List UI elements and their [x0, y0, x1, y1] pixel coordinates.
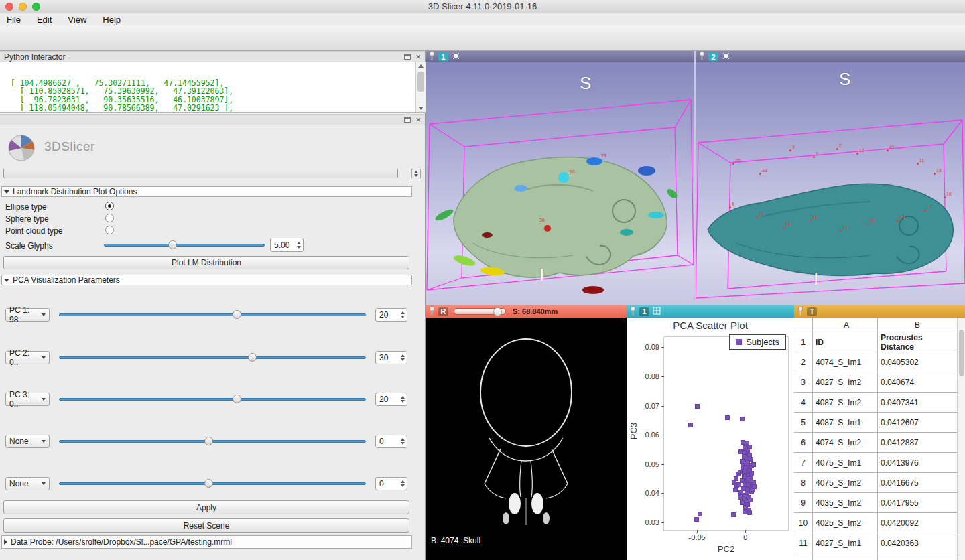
spin-up-icon[interactable] [297, 242, 301, 244]
menu-help[interactable]: Help [103, 15, 121, 25]
pc-spinbox[interactable]: 30 [375, 351, 407, 364]
point-cloud-type-label: Point cloud type [5, 226, 62, 236]
pc-slider[interactable] [59, 435, 366, 448]
red-slice-viewport[interactable]: B: 4074_Skull [426, 318, 627, 560]
pc-selector[interactable]: PC 2: 0.. [5, 351, 50, 364]
table-view[interactable]: T A B 1IDProcrustes Distance24074_S_Im10… [794, 305, 965, 560]
slicer-logo-icon [4, 129, 39, 164]
3d-viewport-2[interactable]: 25333921241111861746482935442016 S I [696, 62, 965, 305]
spin-down-icon[interactable] [401, 442, 405, 445]
scroll-down-icon[interactable] [418, 107, 424, 110]
table-row[interactable]: 74075_S_Im10.0413976 [794, 453, 957, 473]
menu-edit[interactable]: Edit [37, 15, 52, 25]
view-options-icon[interactable] [722, 52, 730, 62]
panel-scroll-buttons[interactable] [411, 169, 421, 178]
pc-selector[interactable]: PC 1: 98 [5, 308, 50, 322]
scrollbar-thumb[interactable] [417, 72, 424, 92]
view-options-icon[interactable] [452, 52, 460, 62]
pc-slider[interactable] [59, 351, 366, 364]
landmark-section-header[interactable]: Landmark Distribution Plot Options [1, 186, 412, 197]
table-row[interactable]: 24074_S_Im10.0405302 [794, 352, 957, 372]
table-row[interactable]: 1IDProcrustes Distance [794, 332, 957, 352]
table-row[interactable]: 114027_S_Im10.0420363 [794, 533, 957, 553]
spin-down-icon[interactable] [401, 316, 405, 318]
3d-scene-mean-shape: 10 23 36 [426, 62, 694, 305]
orientation-inferior-label: I [814, 269, 818, 289]
scroll-up-icon[interactable] [418, 64, 424, 68]
pc-slider[interactable] [59, 308, 366, 322]
float-panel-button[interactable] [404, 54, 411, 60]
console-scrollbar[interactable] [415, 62, 426, 112]
spin-down-icon[interactable] [297, 246, 301, 249]
pca-row: PC 1: 9820 [0, 308, 425, 322]
spin-up-icon[interactable] [401, 354, 405, 357]
reset-scene-button[interactable]: Reset Scene [3, 518, 409, 533]
plot-canvas[interactable]: 0.090.080.070.060.050.040.03-0.050 [663, 336, 789, 531]
table-scrollbar[interactable] [957, 318, 965, 560]
slice-offset-slider[interactable] [454, 308, 506, 315]
python-console[interactable]: [ 104.4986627 , 75.30271111, 47.14455952… [0, 62, 426, 113]
column-header-b[interactable]: B [878, 318, 957, 332]
pin-icon[interactable] [797, 306, 803, 318]
pin-icon[interactable] [429, 51, 435, 62]
pc-spinbox[interactable]: 0 [375, 435, 407, 448]
menu-file[interactable]: File [7, 15, 21, 25]
scale-glyphs-spinbox[interactable]: 5.00 [270, 238, 304, 252]
pca-row: PC 3: 0..20 [0, 393, 425, 406]
pc-slider[interactable] [59, 477, 366, 490]
apply-button[interactable]: Apply [3, 500, 409, 514]
spin-up-icon[interactable] [401, 396, 405, 399]
close-panel-button[interactable]: × [415, 54, 421, 60]
table-row[interactable]: 104025_S_Im20.0420092 [794, 513, 957, 533]
table-row[interactable]: 64074_S_Im20.0412887 [794, 433, 957, 453]
pin-icon[interactable] [630, 306, 636, 318]
point-cloud-type-radio[interactable] [105, 226, 114, 234]
column-header-a[interactable]: A [813, 318, 878, 332]
red-slice-view[interactable]: R S: 68.840mm [426, 305, 627, 560]
plot-viewport[interactable]: PCA Scatter Plot Subjects 0.090.080.070.… [627, 318, 794, 560]
close-panel-button[interactable]: × [415, 117, 421, 123]
slider-handle[interactable] [493, 307, 502, 316]
red-slice-header: R S: 68.840mm [426, 305, 627, 318]
plot-options-icon[interactable] [653, 307, 661, 317]
pc-spinbox[interactable]: 20 [375, 308, 407, 322]
slicer-window: 3D Slicer 4.11.0-2019-01-16 File Edit Vi… [0, 0, 965, 560]
pc-slider[interactable] [59, 393, 366, 406]
spin-up-icon[interactable] [401, 480, 405, 483]
data-probe-header[interactable]: Data Probe: /Users/srolfe/Dropbox/Sl...p… [1, 535, 412, 549]
table-row[interactable]: 54087_S_Im10.0412607 [794, 413, 957, 433]
spin-down-icon[interactable] [401, 484, 405, 487]
spin-down-icon[interactable] [401, 400, 405, 403]
pc-selector[interactable]: None [5, 435, 50, 448]
plot-lm-distribution-button[interactable]: Plot LM Distribution [3, 256, 409, 269]
float-panel-button[interactable] [404, 117, 411, 123]
table-row[interactable]: 94035_S_Im20.0417955 [794, 493, 957, 513]
pc-selector[interactable]: None [5, 477, 50, 490]
3d-view-1[interactable]: 1 [426, 51, 694, 305]
menu-view[interactable]: View [68, 15, 86, 25]
chart-title: PCA Scatter Plot [627, 320, 794, 331]
data-probe-label: Data Probe: /Users/srolfe/Dropbox/Sl...p… [11, 537, 232, 547]
table-row[interactable]: 84075_S_Im20.0416675 [794, 473, 957, 493]
plot-view[interactable]: 1 PCA Scatter Plot Subjects 0.090.080.07… [627, 305, 794, 560]
spin-up-icon[interactable] [401, 438, 405, 441]
slicer-logo: 3DSlicer [4, 127, 95, 166]
scrollbar-thumb[interactable] [959, 330, 964, 376]
pin-icon[interactable] [699, 51, 705, 62]
spin-up-icon[interactable] [401, 311, 405, 314]
pc-spinbox[interactable]: 20 [375, 393, 407, 406]
spin-down-icon[interactable] [401, 358, 405, 361]
table-row[interactable]: 34027_S_Im20.040674 [794, 372, 957, 393]
sphere-type-radio[interactable] [105, 214, 114, 222]
table-row[interactable]: 124149_S_Im20.0421118 [794, 553, 957, 560]
scale-glyphs-slider[interactable] [104, 238, 265, 252]
pca-section-header[interactable]: PCA Visualization Parameters [1, 275, 412, 285]
table-row[interactable]: 44087_S_Im20.0407341 [794, 393, 957, 413]
pc-spinbox[interactable]: 0 [375, 477, 407, 490]
ellipse-type-radio[interactable] [105, 202, 114, 210]
table-viewport[interactable]: A B 1IDProcrustes Distance24074_S_Im10.0… [794, 318, 965, 560]
pin-icon[interactable] [429, 306, 435, 318]
3d-viewport-1[interactable]: 10 23 36 S I [426, 62, 694, 305]
3d-view-2[interactable]: 2 25333921241111861746482935442016 S I [696, 51, 965, 305]
pc-selector[interactable]: PC 3: 0.. [5, 393, 50, 406]
